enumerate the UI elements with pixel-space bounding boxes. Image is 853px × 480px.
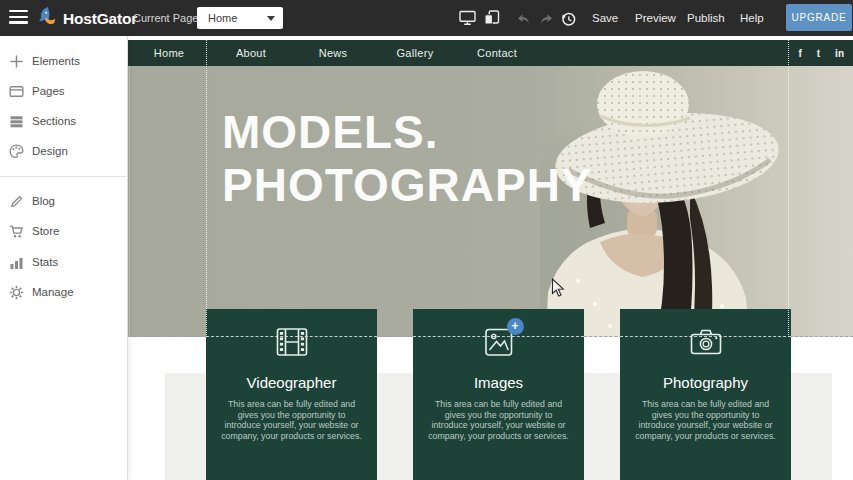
- mouse-cursor: [551, 278, 566, 303]
- image-icon: +: [482, 325, 516, 359]
- card-videographer[interactable]: Videographer This area can be fully edit…: [206, 309, 377, 480]
- sidebar-item-sections[interactable]: Sections: [0, 106, 128, 136]
- sections-icon: [9, 114, 25, 129]
- gator-icon: [36, 5, 60, 33]
- sidebar-item-label: Pages: [32, 85, 65, 97]
- plus-icon: [9, 54, 25, 69]
- brand-name: HostGator: [63, 10, 137, 28]
- site-nav-contact[interactable]: Contact: [456, 47, 538, 59]
- chevron-down-icon: [267, 16, 275, 21]
- site-nav-gallery[interactable]: Gallery: [374, 47, 456, 59]
- twitter-icon[interactable]: t: [817, 48, 820, 59]
- site-nav-home[interactable]: Home: [128, 47, 210, 59]
- desktop-preview-icon[interactable]: [459, 10, 476, 30]
- page-dropdown[interactable]: Home: [197, 7, 283, 29]
- site-navbar: Home About News Gallery Contact f t in: [128, 40, 853, 66]
- card-title: Images: [413, 374, 584, 391]
- app-window: HostGator Current Page: Home: [0, 0, 853, 480]
- card-title: Photography: [620, 374, 791, 391]
- card-body: This area can be fully edited andgives y…: [206, 399, 377, 441]
- social-links: f t in: [798, 40, 844, 66]
- sidebar-item-blog[interactable]: Blog: [0, 186, 128, 216]
- gear-icon: [9, 285, 25, 300]
- palette-icon: [9, 144, 25, 159]
- bar-chart-icon: [9, 255, 25, 270]
- selection-guide-right: [788, 40, 789, 337]
- add-image-badge[interactable]: +: [507, 318, 524, 335]
- film-icon: [275, 325, 309, 359]
- facebook-icon[interactable]: f: [798, 48, 801, 59]
- preview-button[interactable]: Preview: [635, 12, 676, 24]
- sidebar-item-label: Elements: [32, 55, 80, 67]
- site-nav-news[interactable]: News: [292, 47, 374, 59]
- sidebar-item-label: Manage: [32, 286, 74, 298]
- card-photography[interactable]: Photography This area can be fully edite…: [620, 309, 791, 480]
- hero-title-line1: MODELS.: [222, 106, 593, 159]
- card-images[interactable]: + Images This area can be fully edited a…: [413, 309, 584, 480]
- mobile-preview-icon[interactable]: [484, 10, 500, 29]
- camera-icon: [689, 325, 723, 359]
- card-title: Videographer: [206, 374, 377, 391]
- editor-sidebar: Elements Pages Sections Design Blog: [0, 36, 128, 480]
- card-body: This area can be fully edited andgives y…: [413, 399, 584, 441]
- upgrade-button[interactable]: UPGRADE: [786, 4, 852, 31]
- sidebar-item-label: Blog: [32, 195, 55, 207]
- hero-title[interactable]: MODELS. PHOTOGRAPHY: [222, 106, 593, 212]
- selection-guide-left: [206, 40, 207, 337]
- hero-title-line2: PHOTOGRAPHY: [222, 159, 593, 212]
- undo-icon[interactable]: [516, 12, 532, 30]
- sidebar-item-label: Design: [32, 145, 68, 157]
- sidebar-item-pages[interactable]: Pages: [0, 76, 128, 106]
- pages-icon: [9, 84, 25, 99]
- card-body: This area can be fully edited andgives y…: [620, 399, 791, 441]
- menu-icon[interactable]: [9, 10, 29, 26]
- sidebar-item-label: Stats: [32, 256, 58, 268]
- sidebar-item-manage[interactable]: Manage: [0, 277, 128, 307]
- sidebar-item-label: Store: [32, 225, 60, 237]
- sidebar-item-design[interactable]: Design: [0, 136, 128, 166]
- save-button[interactable]: Save: [592, 12, 618, 24]
- linkedin-icon[interactable]: in: [835, 48, 844, 59]
- publish-button[interactable]: Publish: [687, 12, 725, 24]
- sidebar-item-stats[interactable]: Stats: [0, 247, 128, 277]
- current-page-label: Current Page:: [133, 12, 201, 24]
- hostgator-logo: HostGator: [36, 5, 137, 33]
- canvas-edge-guide: [129, 66, 130, 337]
- redo-icon[interactable]: [538, 12, 554, 30]
- sidebar-item-store[interactable]: Store: [0, 216, 128, 246]
- site-nav-about[interactable]: About: [210, 47, 292, 59]
- cart-icon: [9, 224, 25, 239]
- hero-section[interactable]: MODELS. PHOTOGRAPHY: [128, 66, 853, 337]
- top-toolbar: HostGator Current Page: Home: [0, 0, 853, 36]
- sidebar-item-elements[interactable]: Elements: [0, 46, 128, 76]
- sidebar-divider: [0, 176, 128, 177]
- page-dropdown-value: Home: [197, 12, 267, 24]
- history-icon[interactable]: [560, 11, 577, 31]
- sidebar-item-label: Sections: [32, 115, 76, 127]
- pencil-icon: [9, 194, 25, 209]
- help-button[interactable]: Help: [740, 12, 764, 24]
